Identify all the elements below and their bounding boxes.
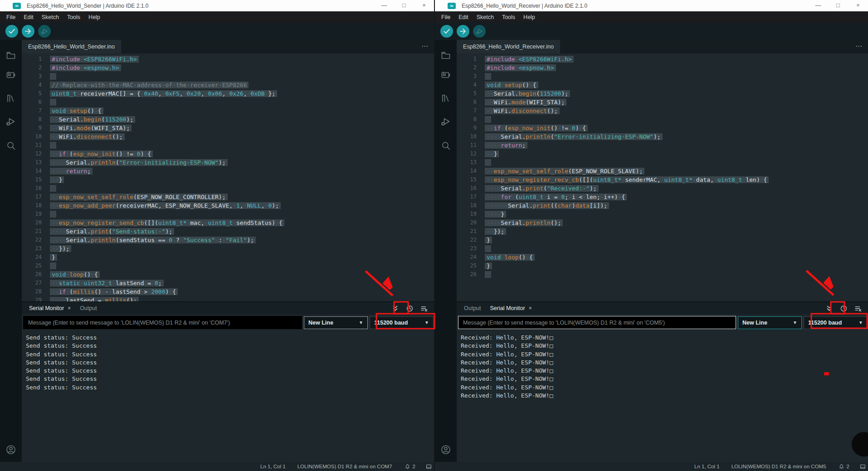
- notifications-button[interactable]: 2: [404, 463, 415, 470]
- message-input[interactable]: Message (Enter to send message to 'LOLIN…: [458, 316, 736, 329]
- menu-file[interactable]: File: [437, 14, 454, 20]
- chevron-down-icon: ▼: [858, 320, 863, 325]
- baud-rate-selector[interactable]: 115200 baud ▼: [804, 316, 868, 329]
- menu-sketch[interactable]: Sketch: [473, 14, 498, 20]
- line-number: 21: [22, 227, 42, 236]
- debug-button[interactable]: [473, 25, 486, 38]
- menu-help[interactable]: Help: [519, 14, 539, 20]
- verify-button[interactable]: [440, 25, 453, 38]
- code-line: 6··WiFi.mode(WIFI_STA);: [457, 98, 868, 107]
- code-line: 4//·Replace·with·the·MAC·address·of·the·…: [22, 81, 434, 89]
- activity-bar: [435, 40, 457, 462]
- line-number: 11: [457, 141, 477, 150]
- code-line: 1#include·<ESP8266WiFi.h>: [457, 55, 868, 63]
- monitor-tab-output[interactable]: Output: [459, 302, 486, 315]
- bell-icon: [404, 463, 411, 470]
- line-number: 25: [22, 262, 42, 270]
- line-number: 7: [457, 107, 477, 115]
- toggle-panel-icon[interactable]: [425, 463, 432, 470]
- line-number: 17: [457, 193, 477, 201]
- library-manager-icon[interactable]: [5, 93, 16, 104]
- close-tab-icon[interactable]: ×: [68, 305, 71, 311]
- editor-tab-strip: Esp8266_Hello_World_Receiver.ino ⋯: [457, 40, 868, 53]
- minimize-button[interactable]: —: [374, 0, 394, 11]
- line-number: 23: [457, 244, 477, 253]
- menu-tools[interactable]: Tools: [63, 14, 84, 20]
- sketchbook-icon[interactable]: [5, 50, 16, 61]
- library-manager-icon[interactable]: [440, 93, 451, 104]
- timestamp-toggle-icon[interactable]: [405, 304, 414, 313]
- search-icon[interactable]: [440, 140, 451, 151]
- sketch-tab[interactable]: Esp8266_Hello_World_Receiver.ino: [457, 40, 560, 53]
- line-number: 3: [457, 72, 477, 81]
- timestamp-toggle-icon[interactable]: [839, 304, 848, 313]
- menu-edit[interactable]: Edit: [454, 14, 473, 20]
- clear-output-icon[interactable]: [420, 304, 429, 313]
- account-icon[interactable]: [5, 444, 16, 455]
- debug-icon[interactable]: [5, 116, 16, 127]
- clear-output-icon[interactable]: [854, 304, 863, 313]
- minimize-button[interactable]: —: [808, 0, 828, 11]
- cursor-position[interactable]: Ln 1, Col 1: [260, 464, 286, 469]
- line-number: 27: [22, 279, 42, 287]
- sketch-tab[interactable]: Esp8266_Hello_World_Sender.ino: [22, 40, 121, 53]
- chevron-down-icon: ▼: [793, 320, 797, 325]
- account-icon[interactable]: [440, 444, 451, 455]
- code-line: 18······Serial.print((char)data[i]);: [457, 201, 868, 210]
- debug-icon[interactable]: [440, 116, 451, 127]
- code-line: 19: [22, 210, 434, 219]
- maximize-button[interactable]: □: [394, 0, 414, 11]
- code-editor[interactable]: 1#include·<ESP8266WiFi.h>2#include·<espn…: [457, 53, 868, 303]
- line-number: 1: [22, 55, 42, 63]
- auto-scroll-toggle-icon[interactable]: [825, 304, 834, 313]
- upload-button[interactable]: [22, 25, 34, 38]
- cursor-position[interactable]: Ln 1, Col 1: [694, 464, 720, 469]
- maximize-button[interactable]: □: [828, 0, 848, 11]
- message-input[interactable]: Message (Enter to send message to 'LOLIN…: [23, 316, 302, 329]
- serial-output[interactable]: Send status: Success Send status: Succes…: [22, 330, 434, 462]
- line-ending-selector[interactable]: New Line ▼: [304, 316, 368, 329]
- sketchbook-icon[interactable]: [440, 50, 451, 61]
- debug-button[interactable]: [38, 25, 51, 38]
- monitor-tab-output[interactable]: Output: [75, 302, 102, 315]
- line-number: 15: [457, 175, 477, 184]
- bell-icon: [838, 463, 845, 470]
- monitor-tab-bar: OutputSerial Monitor×: [457, 302, 868, 315]
- title-bar: ∞ Esp8266_Hello_World_Receiver | Arduino…: [435, 0, 868, 11]
- menu-file[interactable]: File: [2, 14, 20, 20]
- verify-button[interactable]: [5, 25, 18, 38]
- line-ending-selector[interactable]: New Line ▼: [738, 316, 802, 329]
- upload-button[interactable]: [457, 25, 469, 38]
- close-tab-icon[interactable]: ×: [529, 305, 532, 311]
- line-number: 8: [457, 115, 477, 124]
- notifications-button[interactable]: 2: [838, 463, 849, 470]
- menu-tools[interactable]: Tools: [498, 14, 519, 20]
- serial-output[interactable]: Received: Hello, ESP-NOW!□ Received: Hel…: [457, 330, 868, 462]
- monitor-tab-serial-monitor[interactable]: Serial Monitor×: [486, 302, 536, 315]
- tab-overflow-icon[interactable]: ⋯: [855, 40, 863, 53]
- code-editor[interactable]: 1#include·<ESP8266WiFi.h>2#include·<espn…: [22, 53, 434, 303]
- search-icon[interactable]: [5, 140, 16, 151]
- tab-overflow-icon[interactable]: ⋯: [421, 40, 429, 53]
- menu-help[interactable]: Help: [84, 14, 104, 20]
- line-ending-value: New Line: [742, 320, 767, 326]
- close-button[interactable]: ×: [414, 0, 434, 11]
- menu-edit[interactable]: Edit: [20, 14, 38, 20]
- boards-manager-icon[interactable]: [5, 69, 16, 80]
- code-line: 8: [457, 115, 868, 124]
- close-button[interactable]: ×: [848, 0, 868, 11]
- code-line: 17····for·(uint8_t·i·=·0;·i·<·len;·i++)·…: [457, 193, 868, 201]
- baud-rate-selector[interactable]: 115200 baud ▼: [370, 316, 434, 329]
- monitor-tab-serial-monitor[interactable]: Serial Monitor×: [24, 302, 75, 315]
- toggle-panel-icon[interactable]: [859, 463, 866, 470]
- boards-manager-icon[interactable]: [440, 69, 451, 80]
- monitor-tab-bar: Serial Monitor×Output: [22, 302, 434, 315]
- editor-tab-strip: Esp8266_Hello_World_Sender.ino ⋯: [22, 40, 434, 53]
- menu-sketch[interactable]: Sketch: [38, 14, 63, 20]
- line-number: 20: [22, 219, 42, 227]
- code-line: 12··if·(esp_now_init()·!=·0)·{: [22, 150, 434, 158]
- line-number: 14: [22, 167, 42, 175]
- line-number: 7: [22, 107, 42, 115]
- auto-scroll-toggle-icon[interactable]: [391, 304, 400, 313]
- code-line: 16: [22, 184, 434, 193]
